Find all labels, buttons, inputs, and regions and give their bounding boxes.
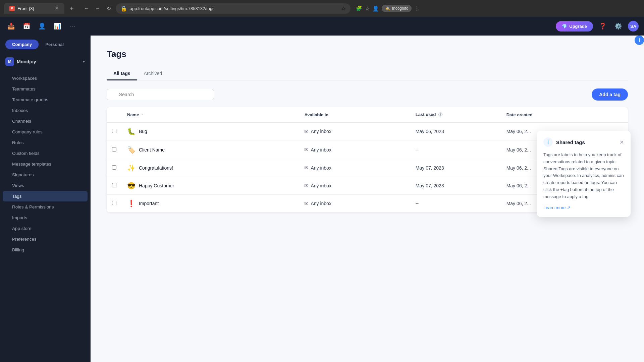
sidebar-item-preferences[interactable]: Preferences [3, 234, 88, 244]
nav-controls: ← → ↻ [82, 4, 113, 13]
chevron-down-icon: ▾ [83, 59, 85, 64]
more-apps-icon[interactable]: ⋯ [67, 20, 77, 32]
upgrade-button[interactable]: 💎 Upgrade [556, 21, 593, 32]
sidebar-item-roles-permissions[interactable]: Roles & Permissions [3, 202, 88, 212]
tag-name-cell: ✨ Congratulations! [127, 164, 293, 172]
row-checkbox-congratulations[interactable] [112, 165, 116, 170]
col-name-label: Name [127, 112, 139, 117]
tag-emoji-congratulations: ✨ [127, 164, 136, 172]
extension-icon[interactable]: 🧩 [356, 5, 362, 11]
popup-info-icon: i [543, 137, 553, 147]
incognito-icon: 🕵️ [385, 6, 390, 11]
tag-search-wrap: 🔍 [107, 89, 214, 100]
sidebar-item-tags[interactable]: Tags [3, 191, 88, 201]
upgrade-label: Upgrade [569, 24, 587, 29]
row-checkbox-bug[interactable] [112, 129, 116, 133]
sidebar-item-billing[interactable]: Billing [3, 245, 88, 255]
incognito-button[interactable]: 🕵️ Incognito [382, 5, 412, 12]
sidebar-item-views[interactable]: Views [3, 180, 88, 191]
info-badge-button[interactable]: i [635, 36, 644, 45]
available-in-congratulations: ✉ Any inbox [304, 165, 405, 171]
row-checkbox-client-name[interactable] [112, 147, 116, 152]
workspace-name: Moodjoy [17, 59, 80, 64]
shared-tags-popup: i Shared tags ✕ Tags are labels to help … [537, 131, 631, 217]
available-in-bug: ✉ Any inbox [304, 128, 405, 134]
reload-button[interactable]: ↻ [105, 4, 113, 13]
star-icon[interactable]: ☆ [341, 5, 346, 12]
menu-icon[interactable]: ⋮ [414, 5, 420, 12]
row-checkbox-happy-customer[interactable] [112, 183, 116, 187]
sidebar-item-app-store[interactable]: App store [3, 223, 88, 234]
popup-title: Shared tags [556, 139, 585, 145]
forward-button[interactable]: → [93, 4, 103, 13]
tag-label-bug: Bug [139, 129, 147, 134]
app-toolbar: 📥 📅 👤 📊 ⋯ 💎 Upgrade ❓ ⚙️ SA [0, 17, 644, 36]
available-in-client-name: ✉ Any inbox [304, 147, 405, 153]
inbox-icon: ✉ [304, 147, 309, 153]
tabs-row: All tags Archived [107, 67, 628, 80]
sidebar-item-workspaces[interactable]: Workspaces [3, 73, 88, 83]
popup-close-button[interactable]: ✕ [620, 139, 624, 145]
settings-icon[interactable]: ⚙️ [612, 20, 624, 32]
tab-close-button[interactable]: ✕ [55, 6, 59, 11]
analytics-icon[interactable]: 📊 [52, 20, 63, 32]
sidebar-item-message-templates[interactable]: Message templates [3, 159, 88, 169]
company-personal-toggle: Company Personal [5, 40, 85, 49]
last-used-important: -- [410, 195, 501, 213]
tab-all-tags[interactable]: All tags [107, 67, 137, 80]
col-available-label: Available in [304, 112, 328, 117]
browser-actions: 🧩 ☆ 👤 🕵️ Incognito ⋮ [356, 5, 420, 12]
last-used-client-name: -- [410, 140, 501, 159]
browser-tab[interactable]: F Front (3) ✕ [4, 3, 64, 14]
company-button[interactable]: Company [5, 40, 39, 49]
search-input[interactable] [107, 89, 214, 100]
tag-emoji-client-name: 🏷️ [127, 146, 136, 154]
sidebar-item-signatures[interactable]: Signatures [3, 170, 88, 180]
tag-emoji-happy-customer: 😎 [127, 182, 136, 190]
back-button[interactable]: ← [82, 4, 91, 13]
sidebar-item-channels[interactable]: Channels [3, 116, 88, 126]
sidebar-item-imports[interactable]: Imports [3, 213, 88, 223]
checkbox-col-header [107, 107, 122, 123]
row-checkbox-important[interactable] [112, 201, 116, 205]
sidebar-item-custom-fields[interactable]: Custom fields [3, 148, 88, 159]
col-header-available-in: Available in [299, 107, 410, 123]
sort-icon: ↑ [141, 113, 143, 117]
calendar-icon[interactable]: 📅 [21, 20, 32, 32]
inbox-icon: ✉ [304, 183, 309, 189]
profile-icon[interactable]: 👤 [372, 5, 379, 12]
tag-name-cell: 🐛 Bug [127, 127, 293, 135]
sidebar-item-rules[interactable]: Rules [3, 137, 88, 148]
add-tag-button[interactable]: Add a tag [592, 88, 628, 101]
last-used-bug: May 06, 2023 [410, 123, 501, 140]
nav-items: Workspaces Teammates Teammate groups Inb… [0, 73, 90, 255]
address-bar[interactable]: 🔒 app.frontapp.com/settings/tim:7858132/… [116, 3, 351, 14]
tag-name-cell: 🏷️ Client Name [127, 146, 293, 154]
inbox-icon: ✉ [304, 200, 309, 206]
col-last-used-label: Last used [416, 112, 436, 117]
tab-archived[interactable]: Archived [137, 67, 169, 80]
last-used-info-icon[interactable]: ⓘ [438, 112, 442, 117]
col-date-created-label: Date created [506, 112, 533, 117]
available-in-important: ✉ Any inbox [304, 200, 405, 206]
col-header-name[interactable]: Name ↑ [122, 107, 299, 123]
learn-more-label: Learn more [543, 205, 566, 210]
tab-favicon: F [9, 6, 15, 11]
sidebar-item-teammate-groups[interactable]: Teammate groups [3, 95, 88, 105]
personal-button[interactable]: Personal [39, 40, 70, 49]
sidebar-item-teammates[interactable]: Teammates [3, 84, 88, 94]
sidebar: Company Personal M Moodjoy ▾ Workspaces … [0, 36, 91, 362]
browser-chrome: F Front (3) ✕ + ← → ↻ 🔒 app.frontapp.com… [0, 0, 644, 17]
sidebar-item-inboxes[interactable]: Inboxes [3, 105, 88, 116]
gem-icon: 💎 [562, 24, 567, 29]
contacts-icon[interactable]: 👤 [36, 20, 48, 32]
workspace-header[interactable]: M Moodjoy ▾ [5, 55, 85, 69]
bookmark-icon[interactable]: ☆ [365, 5, 370, 12]
learn-more-link[interactable]: Learn more ↗ [543, 205, 624, 210]
inbox-icon[interactable]: 📥 [5, 20, 17, 32]
new-tab-button[interactable]: + [67, 3, 76, 14]
sidebar-item-company-rules[interactable]: Company rules [3, 127, 88, 137]
avatar[interactable]: SA [628, 21, 639, 32]
workspace-section: Company Personal M Moodjoy ▾ [0, 36, 90, 73]
help-icon[interactable]: ❓ [597, 20, 608, 32]
